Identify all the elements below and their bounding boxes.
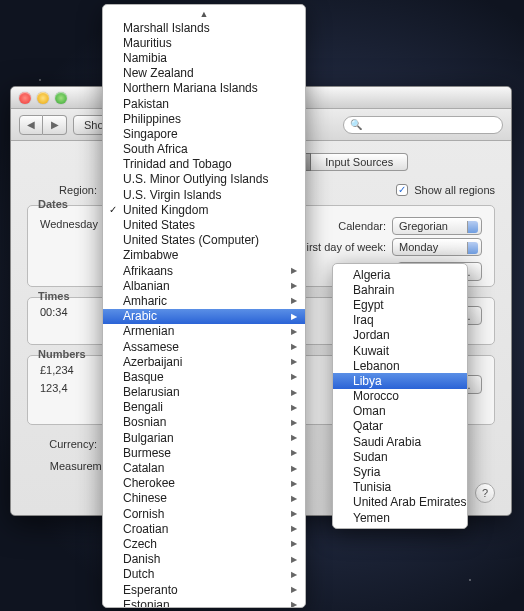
- submenu-item[interactable]: Morocco: [333, 389, 467, 404]
- nav-segment: ◀ ▶: [19, 115, 67, 135]
- menu-item[interactable]: Bosnian: [103, 415, 305, 430]
- region-menu[interactable]: ▲ Marshall IslandsMauritiusNamibiaNew Ze…: [102, 4, 306, 608]
- menu-item[interactable]: Afrikaans: [103, 263, 305, 278]
- submenu-item[interactable]: Libya: [333, 373, 467, 388]
- menu-item[interactable]: New Zealand: [103, 66, 305, 81]
- submenu-item[interactable]: Sudan: [333, 449, 467, 464]
- submenu-item[interactable]: Jordan: [333, 328, 467, 343]
- menu-item[interactable]: Belarusian: [103, 385, 305, 400]
- help-button[interactable]: ?: [475, 483, 495, 503]
- menu-item[interactable]: Armenian: [103, 324, 305, 339]
- menu-item[interactable]: Cornish: [103, 506, 305, 521]
- submenu-item[interactable]: United Arab Emirates: [333, 495, 467, 510]
- menu-item[interactable]: Catalan: [103, 460, 305, 475]
- menu-item[interactable]: Albanian: [103, 278, 305, 293]
- menu-item[interactable]: Zimbabwe: [103, 248, 305, 263]
- menu-item[interactable]: Marshall Islands: [103, 20, 305, 35]
- menu-item[interactable]: U.S. Virgin Islands: [103, 187, 305, 202]
- menu-item[interactable]: Arabic: [103, 309, 305, 324]
- submenu-item[interactable]: Yemen: [333, 510, 467, 525]
- close-button[interactable]: [19, 92, 31, 104]
- menu-item[interactable]: Bengali: [103, 400, 305, 415]
- nav-back-button[interactable]: ◀: [19, 115, 43, 135]
- times-sample-1: 00:34: [40, 306, 100, 325]
- scroll-up-arrow[interactable]: ▲: [103, 8, 305, 20]
- submenu-item[interactable]: Bahrain: [333, 282, 467, 297]
- menu-item[interactable]: Esperanto: [103, 582, 305, 597]
- menu-item[interactable]: United Kingdom: [103, 202, 305, 217]
- submenu-item[interactable]: Kuwait: [333, 343, 467, 358]
- menu-item[interactable]: United States: [103, 217, 305, 232]
- menu-item[interactable]: Philippines: [103, 111, 305, 126]
- submenu-item[interactable]: Iraq: [333, 313, 467, 328]
- search-input[interactable]: 🔍: [343, 116, 503, 134]
- submenu-item[interactable]: Egypt: [333, 297, 467, 312]
- menu-item[interactable]: Namibia: [103, 50, 305, 65]
- region-submenu[interactable]: AlgeriaBahrainEgyptIraqJordanKuwaitLeban…: [332, 263, 468, 529]
- menu-item[interactable]: Croatian: [103, 521, 305, 536]
- menu-item[interactable]: Bulgarian: [103, 430, 305, 445]
- menu-item[interactable]: Trinidad and Tobago: [103, 157, 305, 172]
- firstday-popup[interactable]: Monday: [392, 238, 482, 256]
- menu-item[interactable]: Dutch: [103, 567, 305, 582]
- numbers-sample-1: £1,234: [40, 364, 74, 376]
- menu-item[interactable]: Azerbaijani: [103, 354, 305, 369]
- menu-item[interactable]: Burmese: [103, 445, 305, 460]
- search-icon: 🔍: [350, 119, 362, 130]
- menu-item[interactable]: Chinese: [103, 491, 305, 506]
- submenu-item[interactable]: Syria: [333, 464, 467, 479]
- submenu-item[interactable]: Algeria: [333, 267, 467, 282]
- menu-item[interactable]: Assamese: [103, 339, 305, 354]
- menu-item[interactable]: Estonian: [103, 597, 305, 608]
- menu-item[interactable]: United States (Computer): [103, 233, 305, 248]
- currency-label: Currency:: [27, 438, 97, 450]
- region-label: Region:: [27, 184, 97, 196]
- menu-item[interactable]: Basque: [103, 369, 305, 384]
- menu-item[interactable]: Northern Mariana Islands: [103, 81, 305, 96]
- submenu-item[interactable]: Qatar: [333, 419, 467, 434]
- menu-item[interactable]: Amharic: [103, 293, 305, 308]
- tab-input-sources[interactable]: Input Sources: [311, 153, 408, 171]
- menu-item[interactable]: Danish: [103, 552, 305, 567]
- numbers-sample-2: 123,4: [40, 382, 74, 394]
- menu-item[interactable]: Cherokee: [103, 476, 305, 491]
- submenu-item[interactable]: Saudi Arabia: [333, 434, 467, 449]
- search-field[interactable]: [362, 118, 496, 132]
- show-all-regions-checkbox[interactable]: [396, 184, 408, 196]
- zoom-button[interactable]: [55, 92, 67, 104]
- minimize-button[interactable]: [37, 92, 49, 104]
- dates-sample-1: Wednesday: [40, 218, 100, 230]
- menu-item[interactable]: Czech: [103, 536, 305, 551]
- calendar-popup[interactable]: Gregorian: [392, 217, 482, 235]
- nav-forward-button[interactable]: ▶: [43, 115, 67, 135]
- submenu-item[interactable]: Lebanon: [333, 358, 467, 373]
- submenu-item[interactable]: Tunisia: [333, 480, 467, 495]
- menu-item[interactable]: U.S. Minor Outlying Islands: [103, 172, 305, 187]
- submenu-item[interactable]: Oman: [333, 404, 467, 419]
- menu-item[interactable]: Mauritius: [103, 35, 305, 50]
- menu-item[interactable]: Singapore: [103, 126, 305, 141]
- menu-item[interactable]: Pakistan: [103, 96, 305, 111]
- menu-item[interactable]: South Africa: [103, 142, 305, 157]
- show-all-regions-label: Show all regions: [414, 184, 495, 196]
